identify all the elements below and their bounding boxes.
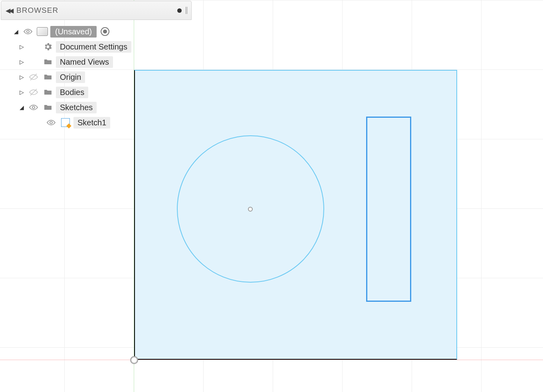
tree-item-label[interactable]: Document Settings bbox=[56, 41, 131, 53]
activate-radio-icon[interactable] bbox=[98, 27, 112, 36]
gear-icon bbox=[42, 42, 54, 51]
tree-item-label[interactable]: Sketch1 bbox=[73, 117, 110, 129]
folder-icon bbox=[42, 72, 54, 82]
svg-point-0 bbox=[27, 30, 29, 33]
folder-icon bbox=[42, 87, 54, 97]
expand-arrow-icon[interactable]: ▷ bbox=[18, 59, 26, 65]
browser-tree: ◢ (Unsaved) ▷ Document Settings ▷ bbox=[1, 20, 192, 130]
folder-icon bbox=[42, 57, 54, 67]
origin-point[interactable] bbox=[130, 356, 138, 364]
component-icon bbox=[36, 27, 49, 36]
panel-dot-icon[interactable] bbox=[177, 8, 182, 13]
tree-item-label[interactable]: Sketches bbox=[56, 102, 97, 113]
tree-item-label[interactable]: Named Views bbox=[56, 56, 113, 68]
expand-arrow-icon[interactable]: ▷ bbox=[18, 74, 26, 80]
sketch-inner-rect[interactable] bbox=[366, 117, 411, 302]
tree-item-origin[interactable]: ▷ Origin bbox=[1, 69, 192, 85]
visibility-hidden-icon[interactable] bbox=[27, 87, 40, 97]
sketch-center-point[interactable] bbox=[248, 207, 253, 212]
panel-grip-icon[interactable] bbox=[186, 7, 187, 14]
folder-icon bbox=[42, 103, 54, 112]
tree-item-document-settings[interactable]: ▷ Document Settings bbox=[1, 39, 192, 54]
expand-arrow-icon[interactable]: ▷ bbox=[18, 89, 26, 95]
tree-item-sketch1[interactable]: Sketch1 bbox=[1, 115, 192, 130]
sketch-icon bbox=[59, 118, 72, 127]
svg-point-3 bbox=[32, 106, 35, 109]
tree-root-label[interactable]: (Unsaved) bbox=[50, 26, 97, 38]
expand-arrow-icon[interactable]: ◢ bbox=[12, 28, 20, 35]
expand-arrow-icon[interactable]: ◢ bbox=[18, 104, 26, 111]
tree-item-sketches[interactable]: ◢ Sketches bbox=[1, 100, 192, 115]
visibility-hidden-icon[interactable] bbox=[27, 72, 40, 82]
visibility-eye-icon[interactable] bbox=[45, 118, 57, 127]
expand-arrow-icon[interactable]: ▷ bbox=[18, 44, 26, 50]
visibility-eye-icon[interactable] bbox=[27, 103, 40, 112]
tree-item-named-views[interactable]: ▷ Named Views bbox=[1, 54, 192, 69]
collapse-panel-icon[interactable]: ◀◀ bbox=[5, 7, 12, 14]
tree-item-label[interactable]: Bodies bbox=[56, 87, 88, 98]
browser-panel: ◀◀ BROWSER ◢ (Unsaved) ▷ bbox=[1, 1, 192, 130]
tree-root-row[interactable]: ◢ (Unsaved) bbox=[1, 24, 192, 39]
tree-item-bodies[interactable]: ▷ Bodies bbox=[1, 85, 192, 100]
browser-title: BROWSER bbox=[16, 6, 173, 15]
x-axis-line bbox=[0, 360, 543, 360]
visibility-eye-icon[interactable] bbox=[22, 27, 34, 36]
tree-item-label[interactable]: Origin bbox=[56, 71, 85, 83]
svg-point-4 bbox=[50, 121, 52, 124]
browser-header[interactable]: ◀◀ BROWSER bbox=[1, 1, 192, 20]
